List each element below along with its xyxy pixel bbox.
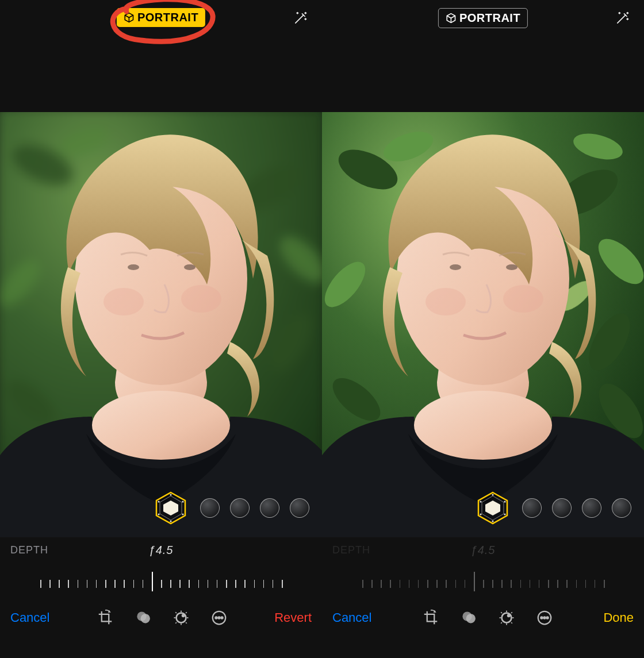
- lighting-option[interactable]: [582, 498, 601, 518]
- svg-point-39: [215, 617, 217, 618]
- svg-point-78: [508, 614, 510, 617]
- auto-enhance-button[interactable]: [290, 8, 310, 29]
- crop-rotate-icon: [422, 609, 439, 626]
- depth-slider[interactable]: [322, 563, 644, 599]
- svg-point-67: [492, 494, 493, 495]
- depth-slider-track: [40, 570, 282, 592]
- lighting-option[interactable]: [612, 498, 631, 518]
- revert-button[interactable]: Revert: [274, 610, 312, 625]
- magic-wand-icon: [292, 10, 308, 26]
- filters-icon: [135, 609, 152, 626]
- svg-line-35: [186, 622, 187, 624]
- aperture-value: ƒ4.5: [0, 544, 322, 557]
- adjust-dial-icon: [498, 609, 515, 626]
- svg-point-62: [425, 288, 466, 315]
- svg-line-34: [186, 612, 187, 613]
- svg-line-85: [501, 622, 502, 624]
- lighting-option-selected[interactable]: [475, 490, 511, 526]
- svg-point-60: [450, 264, 461, 270]
- editor-pane-right: PORTRAIT: [322, 0, 644, 658]
- svg-point-18: [170, 494, 171, 495]
- bottom-toolbar: Cancel: [322, 599, 644, 637]
- svg-point-21: [170, 520, 171, 522]
- svg-point-25: [140, 614, 150, 623]
- edit-tool-icons: [97, 609, 228, 626]
- crop-rotate-button[interactable]: [422, 609, 439, 626]
- portrait-mode-label: PORTRAIT: [137, 11, 198, 24]
- depth-slider[interactable]: [0, 563, 322, 599]
- depth-slider-track: [362, 570, 604, 592]
- crop-rotate-button[interactable]: [97, 609, 114, 626]
- lighting-option[interactable]: [200, 498, 220, 518]
- cube-icon: [124, 12, 135, 23]
- more-icon: [536, 609, 553, 626]
- svg-point-41: [221, 617, 223, 618]
- auto-enhance-button[interactable]: [612, 8, 632, 29]
- svg-line-83: [511, 612, 512, 613]
- lighting-option[interactable]: [230, 498, 250, 518]
- cancel-button[interactable]: Cancel: [10, 610, 49, 625]
- portrait-mode-toggle[interactable]: PORTRAIT: [438, 8, 528, 28]
- photo-preview[interactable]: [322, 112, 644, 537]
- depth-header: DEPTH ƒ4.5: [0, 537, 322, 563]
- svg-point-12: [184, 264, 195, 270]
- more-button[interactable]: [210, 609, 228, 626]
- svg-point-13: [103, 288, 144, 315]
- lighting-option[interactable]: [522, 498, 542, 518]
- svg-line-37: [175, 612, 177, 613]
- editor-pane-left: PORTRAIT: [0, 0, 322, 658]
- svg-point-72: [480, 501, 481, 502]
- svg-line-86: [501, 612, 502, 613]
- adjust-button[interactable]: [498, 609, 515, 626]
- svg-point-71: [480, 513, 481, 515]
- bottom-toolbar: Cancel: [0, 599, 322, 637]
- svg-point-63: [503, 285, 543, 313]
- svg-point-61: [506, 264, 518, 270]
- adjust-dial-icon: [172, 609, 190, 626]
- svg-point-20: [182, 513, 183, 515]
- portrait-mode-toggle[interactable]: PORTRAIT: [117, 8, 205, 27]
- natural-light-icon: [475, 490, 511, 526]
- svg-point-40: [218, 617, 220, 618]
- svg-point-9: [92, 391, 230, 460]
- header-area: PORTRAIT: [0, 0, 322, 112]
- photo-preview[interactable]: [0, 112, 322, 537]
- svg-point-14: [181, 285, 221, 313]
- svg-point-22: [158, 513, 159, 515]
- lighting-option-selected[interactable]: [153, 490, 189, 526]
- lighting-option[interactable]: [552, 498, 572, 518]
- svg-line-84: [511, 622, 512, 624]
- svg-point-19: [182, 501, 183, 502]
- svg-line-36: [175, 622, 177, 624]
- adjust-button[interactable]: [172, 609, 190, 626]
- portrait-lighting-selector[interactable]: [475, 490, 644, 526]
- done-button[interactable]: Done: [603, 610, 634, 625]
- more-icon: [210, 609, 228, 626]
- filters-button[interactable]: [460, 609, 477, 626]
- more-button[interactable]: [536, 609, 553, 626]
- cube-icon: [446, 13, 457, 24]
- filters-button[interactable]: [135, 609, 152, 626]
- portrait-lighting-selector[interactable]: [153, 490, 322, 526]
- svg-point-88: [540, 617, 542, 618]
- svg-point-58: [414, 391, 552, 460]
- lighting-option[interactable]: [290, 498, 309, 518]
- svg-point-70: [492, 520, 493, 522]
- crop-rotate-icon: [97, 609, 114, 626]
- svg-point-68: [504, 501, 505, 502]
- aperture-value: ƒ4.5: [322, 544, 644, 557]
- cancel-button[interactable]: Cancel: [332, 610, 371, 625]
- lighting-option[interactable]: [260, 498, 279, 518]
- header-area: PORTRAIT: [322, 0, 644, 112]
- svg-point-11: [128, 264, 139, 270]
- svg-point-23: [158, 501, 159, 502]
- svg-point-90: [546, 617, 548, 618]
- svg-point-69: [504, 513, 505, 515]
- photo-subject: [322, 112, 644, 537]
- svg-point-74: [466, 614, 476, 623]
- edit-tool-icons: [422, 609, 553, 626]
- magic-wand-icon: [614, 10, 630, 26]
- svg-point-29: [182, 614, 185, 617]
- svg-point-89: [543, 617, 545, 618]
- depth-header: DEPTH ƒ4.5: [322, 537, 644, 563]
